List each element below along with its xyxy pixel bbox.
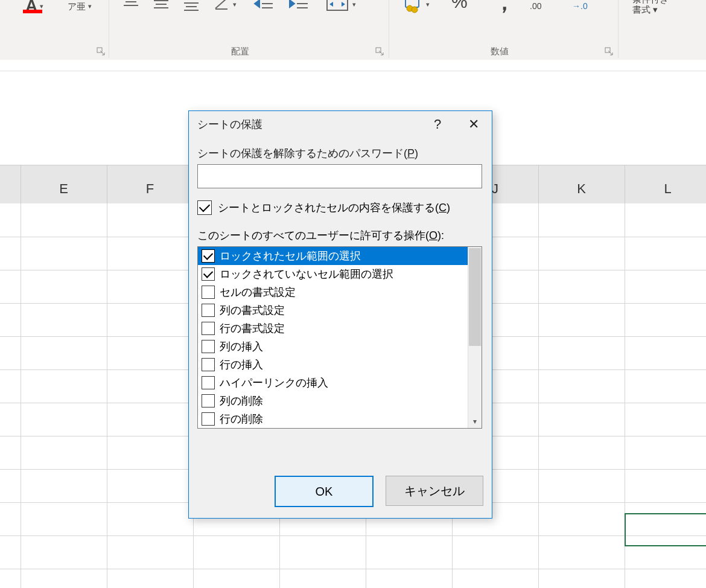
svg-marker-12 [255,0,259,7]
dropdown-icon: ▾ [426,1,430,8]
alignment-group-launcher[interactable] [375,47,384,56]
allow-action-item[interactable]: 行の挿入 [198,356,468,374]
wrap-merge-button[interactable]: ▾ [326,0,356,12]
column-header[interactable]: F [107,181,193,197]
protect-contents-checkbox[interactable] [197,200,212,215]
allow-action-checkbox[interactable] [202,249,215,263]
allow-action-label: ロックされていないセル範囲の選択 [220,267,393,281]
font-color-swatch [23,10,42,13]
active-cell[interactable] [625,513,706,546]
scroll-thumb[interactable] [469,248,481,346]
allow-action-item[interactable]: 列の削除 [198,392,468,410]
allow-action-item[interactable]: 行の削除 [198,410,468,428]
increase-decimal-button[interactable]: ←.0 .00 [530,0,545,11]
asian-layout-button[interactable]: ア亜 ▾ [62,0,98,18]
svg-line-10 [215,0,226,8]
column-header[interactable]: E [21,181,107,197]
allow-action-label: 列の削除 [220,394,263,408]
asian-layout-label: ア亜 [68,1,86,11]
svg-marker-22 [342,2,345,7]
help-button[interactable]: ? [419,111,456,138]
increase-indent-button[interactable] [288,0,309,12]
allow-action-label: ハイパーリンクの挿入 [220,375,328,390]
dropdown-icon: ▾ [40,2,43,10]
align-middle-button[interactable] [152,0,170,12]
allow-action-label: 行の削除 [220,412,263,426]
percent-icon: % [451,0,468,12]
allow-action-label: 列の書式設定 [220,303,285,318]
allow-action-checkbox[interactable] [202,286,215,299]
column-header[interactable]: K [538,181,625,197]
comma-icon: ， [494,0,515,18]
svg-marker-16 [290,0,294,7]
protect-sheet-dialog: シートの保護 ? ✕ シートの保護を解除するためのパスワード(P) シートとロッ… [188,110,492,519]
allow-action-checkbox[interactable] [202,322,215,335]
allow-action-item[interactable]: 列の書式設定 [198,301,468,319]
allow-action-label: 行の挿入 [220,357,263,372]
allow-action-label: セルの書式設定 [220,285,296,299]
font-color-button[interactable]: A ▾ [13,0,56,18]
allow-label: このシートのすべてのユーザーに許可する操作(O): [197,228,483,243]
allow-action-checkbox[interactable] [202,412,215,426]
protect-contents-label: シートとロックされたセルの内容を保護する(C) [218,200,450,215]
allow-action-checkbox[interactable] [202,304,215,317]
decrease-decimal-button[interactable]: .00 →.0 [572,0,588,11]
dropdown-icon: ▾ [233,1,237,8]
allow-action-label: 行の書式設定 [220,321,285,336]
password-input[interactable] [197,164,482,188]
font-color-letter: A [25,0,37,16]
comma-style-button[interactable]: ， [494,0,515,18]
listbox-scrollbar[interactable]: ▴ ▾ [468,247,482,428]
ok-button[interactable]: OK [275,476,374,507]
allow-action-item[interactable]: ハイパーリンクの挿入 [198,374,468,392]
alignment-group-label: 配置 [222,46,258,57]
allow-action-item[interactable]: ロックされたセル範囲の選択 [198,247,468,265]
accounting-format-button[interactable]: ▾ [403,0,430,13]
allow-action-checkbox[interactable] [202,340,215,353]
font-group-launcher[interactable] [97,47,105,56]
percent-style-button[interactable]: % [451,0,468,12]
conditional-formatting-label: 条件付き 書式 ▾ [632,0,669,14]
column-header[interactable]: L [625,181,706,197]
close-button[interactable]: ✕ [456,111,492,138]
svg-marker-21 [329,2,333,7]
allow-action-checkbox[interactable] [202,358,215,371]
number-group-label: 数値 [482,46,518,57]
allow-action-item[interactable]: 行の書式設定 [198,319,468,337]
orientation-button[interactable]: ▾ [212,0,237,12]
allow-action-checkbox[interactable] [202,376,215,389]
allow-action-label: 列の挿入 [220,339,263,354]
dropdown-icon: ▾ [352,1,356,8]
allow-actions-listbox[interactable]: ロックされたセル範囲の選択ロックされていないセル範囲の選択セルの書式設定列の書式… [197,246,482,429]
decrease-indent-button[interactable] [253,0,274,12]
align-bottom-button[interactable] [182,0,200,12]
allow-action-item[interactable]: 列の挿入 [198,337,468,356]
align-top-button[interactable] [122,0,140,12]
allow-action-label: ロックされたセル範囲の選択 [220,249,361,263]
number-group-launcher[interactable] [605,47,613,56]
allow-action-item[interactable]: セルの書式設定 [198,283,468,301]
dropdown-icon: ▾ [88,1,92,11]
password-label: シートの保護を解除するためのパスワード(P) [197,146,483,161]
allow-action-checkbox[interactable] [202,394,215,407]
conditional-formatting-button[interactable]: 条件付き 書式 ▾ [632,0,705,14]
cancel-button[interactable]: キャンセル [386,476,483,506]
allow-action-item[interactable]: ロックされていないセル範囲の選択 [198,265,468,283]
svg-point-26 [412,7,418,13]
allow-action-checkbox[interactable] [202,267,215,281]
svg-rect-20 [327,0,348,10]
dialog-title: シートの保護 [197,117,262,132]
scroll-down-icon[interactable]: ▾ [468,415,482,428]
